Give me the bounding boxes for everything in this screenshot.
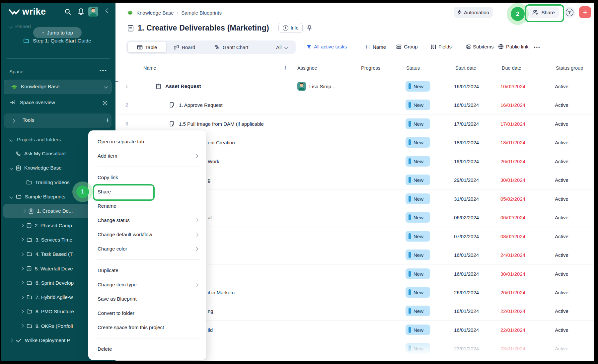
breadcrumb-sample-blueprints[interactable]: Sample Blueprints	[181, 10, 222, 16]
task-name-fragment[interactable]: g	[208, 177, 210, 183]
menu-item-delete[interactable]: Delete	[88, 342, 206, 356]
view-all-dropdown[interactable]: All	[276, 42, 287, 52]
sidebar-item-quick-start-guide[interactable]: Step 1: Quick Start Guide	[23, 38, 91, 44]
task-name-fragment[interactable]: ng	[208, 308, 213, 314]
column-assignee[interactable]: Assignee	[297, 65, 317, 71]
status-badge[interactable]: New	[406, 268, 430, 279]
add-button[interactable]: +	[579, 6, 591, 18]
info-button[interactable]: i Info	[278, 23, 303, 33]
column-progress[interactable]: Progress	[361, 65, 380, 71]
assignee-avatar[interactable]	[297, 82, 306, 91]
sort-button[interactable]: ↑↓ Name	[365, 44, 386, 50]
status-badge[interactable]: New	[406, 81, 430, 92]
menu-item-change-status[interactable]: Change status	[88, 213, 206, 227]
task-name[interactable]: 1. Approve Request	[179, 102, 223, 108]
menu-item-rename[interactable]: Rename	[88, 199, 206, 213]
menu-item-change-default-workflow[interactable]: Change default workflow	[88, 227, 206, 242]
user-avatar[interactable]	[88, 7, 98, 17]
task-name-fragment[interactable]: Work	[208, 159, 219, 164]
status-badge[interactable]: New	[406, 118, 430, 129]
tab-gantt-label: Gantt Chart	[223, 44, 249, 50]
pin-icon[interactable]	[307, 25, 312, 31]
tab-gantt-chart[interactable]: Gantt Chart	[214, 42, 249, 52]
tab-board[interactable]: Board	[174, 42, 195, 52]
menu-item-copy-link[interactable]: Copy link	[88, 170, 206, 184]
menu-item-change-item-type[interactable]: Change item type	[88, 277, 206, 292]
pinned-section-header[interactable]: Pinned	[9, 24, 31, 29]
status-badge[interactable]: New	[406, 100, 430, 110]
task-name-fragment[interactable]: il in Marketo	[208, 290, 235, 295]
subitems-button[interactable]: Subitems	[465, 44, 494, 49]
status-badge-label: New	[413, 252, 423, 258]
task-name[interactable]: Asset Request	[165, 83, 201, 89]
info-icon: i	[283, 25, 288, 31]
status-badge[interactable]: New	[406, 343, 430, 354]
subitems-label: Subitems	[473, 44, 494, 49]
status-badge[interactable]: New	[406, 212, 430, 223]
status-badge[interactable]: New	[406, 231, 430, 242]
column-status[interactable]: Status	[406, 65, 420, 71]
more-options-icon[interactable]: •••	[534, 45, 541, 50]
status-badge[interactable]: New	[406, 175, 430, 185]
status-badge[interactable]: New	[406, 287, 430, 298]
status-badge[interactable]: New	[406, 325, 430, 335]
help-button[interactable]: ?	[564, 7, 575, 18]
task-name-fragment[interactable]: ent Creation	[208, 140, 235, 145]
step-1-badge: 1	[76, 185, 89, 198]
automation-button[interactable]: Automation	[454, 7, 493, 18]
sidebar-item-space-overview[interactable]: Space overview	[10, 100, 55, 105]
filter-button[interactable]: All active tasks	[306, 44, 347, 49]
breadcrumb-knowledge-base[interactable]: Knowledge Base	[136, 10, 174, 16]
space-more-icon[interactable]: •••	[100, 68, 107, 74]
task-name-fragment[interactable]: al	[208, 215, 212, 220]
folder-icon	[23, 38, 29, 43]
menu-item-duplicate[interactable]: Duplicate	[88, 263, 206, 277]
wrike-logo[interactable]: wrike	[9, 7, 46, 17]
chevron-down-icon[interactable]	[115, 79, 118, 82]
group-label: Group	[404, 44, 418, 49]
group-button[interactable]: Group	[396, 44, 418, 49]
column-start-date[interactable]: Start date	[455, 65, 476, 71]
task-name-fragment[interactable]: ild	[208, 327, 213, 333]
gear-icon[interactable]	[102, 100, 108, 106]
start-date: 31/01/2024	[454, 196, 479, 202]
table-row[interactable]: 1Asset RequestLisa Simp...New16/01/20241…	[115, 77, 594, 96]
sidebar-item-tools[interactable]: Tools +	[4, 113, 112, 128]
status-badge[interactable]: New	[406, 193, 430, 204]
tab-board-label: Board	[182, 44, 195, 50]
column-name[interactable]: Name	[143, 65, 156, 71]
jump-to-top-button[interactable]: ↑ Jump to top	[33, 27, 82, 38]
space-selector[interactable]: Knowledge Base	[4, 80, 112, 94]
public-link-button[interactable]: Public link	[498, 44, 529, 49]
fields-button[interactable]: Fields	[431, 44, 452, 49]
task-name[interactable]: 1.5 Pull Image from DAM (if applicable	[179, 121, 264, 127]
chevron-down-icon	[9, 138, 13, 141]
menu-item-convert-to-folder[interactable]: Convert to folder	[88, 306, 206, 320]
menu-item-create-space-from-this-project[interactable]: Create space from this project	[88, 320, 206, 334]
menu-item-open-in-separate-tab[interactable]: Open in separate tab	[88, 134, 206, 149]
status-badge-label: New	[413, 196, 423, 202]
status-badge[interactable]: New	[406, 156, 430, 167]
bell-icon[interactable]	[78, 8, 84, 15]
collapse-sidebar-icon[interactable]	[106, 9, 110, 12]
menu-item-add-item[interactable]: Add item	[88, 149, 206, 163]
share-button[interactable]: Share	[528, 7, 559, 18]
status-badge[interactable]: New	[406, 306, 430, 316]
status-badge[interactable]: New	[406, 137, 430, 148]
menu-item-label: Open in separate tab	[98, 139, 144, 144]
table-row[interactable]: 21. Approve RequestNew16/01/202416/01/20…	[115, 96, 594, 114]
table-icon	[137, 45, 143, 50]
column-status-group[interactable]: Status group	[556, 65, 583, 71]
space-section-label: Space	[9, 69, 24, 74]
step-2-badge: 2	[511, 7, 525, 21]
status-badge[interactable]: New	[406, 250, 430, 260]
menu-item-share[interactable]: Share	[88, 184, 206, 199]
menu-item-change-color[interactable]: Change color	[88, 242, 206, 256]
sort-ascending-icon[interactable]: ↑	[284, 65, 287, 71]
column-due-date[interactable]: Due date	[502, 65, 521, 71]
projects-and-folders-header[interactable]: Projects and folders	[10, 137, 61, 142]
search-icon[interactable]	[64, 8, 71, 15]
add-tool-icon[interactable]: +	[106, 116, 110, 124]
tab-table[interactable]: Table	[128, 42, 166, 52]
menu-item-save-as-blueprint[interactable]: Save as Blueprint	[88, 292, 206, 306]
